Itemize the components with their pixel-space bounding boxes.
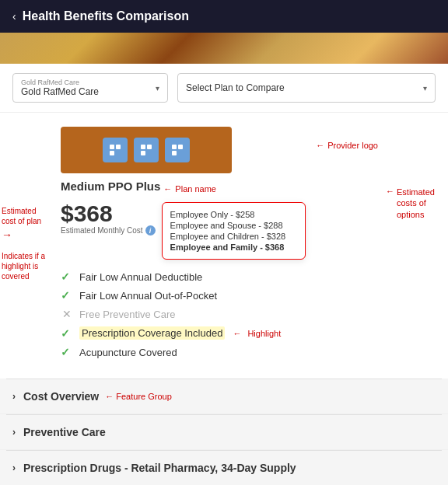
compare-select-dropdown[interactable]: Select Plan to Compare ▾ bbox=[177, 73, 436, 103]
svg-rect-4 bbox=[147, 145, 152, 149]
feature-item-0: ✓ Fair Low Annual Deductible bbox=[61, 267, 378, 286]
feature-groups-container: › Cost Overview ← Feature Group › Preven… bbox=[0, 379, 448, 485]
cost-options-popup: Employee Only - $258 Employee and Spouse… bbox=[162, 202, 306, 260]
logo-icon-1 bbox=[103, 138, 128, 162]
feature-list: ✓ Fair Low Annual Deductible ✓ Fair Low … bbox=[61, 264, 378, 365]
feature-group-label-0: Cost Overview bbox=[23, 390, 99, 403]
check-icon: ✓ bbox=[61, 346, 73, 358]
page-title: Health Benefits Comparison bbox=[23, 9, 189, 23]
svg-rect-1 bbox=[116, 145, 121, 149]
plan-name-arrow: ← bbox=[163, 184, 172, 194]
cost-option-2: Employee and Children - $328 bbox=[170, 231, 297, 242]
svg-rect-3 bbox=[141, 145, 145, 149]
feature-item-1: ✓ Fair Low Annual Out-of-Pocket bbox=[61, 286, 378, 305]
provider-logo-annotation: Provider logo bbox=[327, 141, 378, 150]
highlight-annotation: Highlight bbox=[247, 329, 281, 338]
plan-name: Medium PPO Plus bbox=[61, 180, 160, 193]
feature-group-label-2: Prescription Drugs - Retail Pharmacy, 34… bbox=[23, 462, 296, 474]
check-icon: ✓ bbox=[61, 270, 73, 283]
provider-logo bbox=[61, 127, 232, 173]
cost-amount: $368 bbox=[61, 202, 156, 225]
feature-item-2: ✕ Free Preventive Care bbox=[61, 305, 378, 323]
estimated-costs-annotation: ← Estimated costs of options bbox=[386, 187, 448, 220]
logo-icon-2 bbox=[134, 138, 159, 162]
feature-group-preventive[interactable]: › Preventive Care bbox=[0, 415, 448, 450]
feature-text-3: Prescription Coverage Included bbox=[79, 326, 225, 340]
svg-rect-7 bbox=[178, 145, 183, 149]
dropdown-left-value: Gold RafMed Care bbox=[21, 86, 99, 97]
feature-text-4: Acupuncture Covered bbox=[79, 347, 177, 358]
provider-logo-arrow: ← bbox=[316, 141, 324, 150]
chevron-down-icon: ▾ bbox=[156, 84, 159, 92]
feature-group-label-1: Preventive Care bbox=[23, 426, 106, 438]
feature-text-1: Fair Low Annual Out-of-Pocket bbox=[79, 290, 217, 302]
highlight-arrow: ← bbox=[233, 329, 241, 338]
svg-rect-6 bbox=[172, 145, 177, 149]
feature-group-rx-retail[interactable]: › Prescription Drugs - Retail Pharmacy, … bbox=[0, 451, 448, 485]
info-icon[interactable]: i bbox=[145, 225, 156, 236]
cost-section: $368 Estimated Monthly Cost i bbox=[61, 202, 156, 236]
chevron-down-icon: ▾ bbox=[423, 84, 427, 92]
plan-name-annotation: Plan name bbox=[175, 184, 216, 194]
svg-rect-5 bbox=[141, 151, 145, 155]
dropdown-right-value: Select Plan to Compare bbox=[186, 82, 285, 93]
logo-icon-3 bbox=[165, 138, 190, 162]
dropdown-row: Gold RafMed Care Gold RafMed Care ▾ Sele… bbox=[0, 64, 448, 113]
dropdown-small-label: Gold RafMed Care bbox=[21, 79, 99, 86]
cost-label: Estimated Monthly Cost i bbox=[61, 225, 156, 236]
estimated-cost-annotation: Estimated cost of plan → bbox=[2, 206, 51, 242]
chevron-right-icon: › bbox=[12, 427, 16, 438]
check-icon: ✓ bbox=[61, 327, 73, 340]
plan-select-dropdown[interactable]: Gold RafMed Care Gold RafMed Care ▾ bbox=[12, 73, 168, 103]
svg-rect-0 bbox=[110, 145, 114, 149]
feature-text-2: Free Preventive Care bbox=[79, 309, 176, 320]
chevron-right-icon: › bbox=[12, 462, 16, 473]
cost-option-3: Employee and Family - $368 bbox=[170, 242, 297, 253]
feature-item-3: ✓ Prescription Coverage Included ← Highl… bbox=[61, 323, 378, 343]
cost-option-0: Employee Only - $258 bbox=[170, 209, 297, 220]
back-button[interactable]: ‹ bbox=[12, 10, 16, 23]
covered-annotation: Indicates if a highlight is covered bbox=[2, 251, 50, 281]
x-icon: ✕ bbox=[61, 308, 73, 320]
feature-group-annotation: Feature Group bbox=[116, 392, 172, 401]
check-icon: ✓ bbox=[61, 289, 73, 302]
header: ‹ Health Benefits Comparison bbox=[0, 0, 448, 33]
chevron-right-icon: › bbox=[12, 391, 16, 402]
feature-group-cost-overview[interactable]: › Cost Overview ← Feature Group bbox=[0, 379, 448, 414]
feature-text-0: Fair Low Annual Deductible bbox=[79, 271, 202, 283]
feature-item-4: ✓ Acupuncture Covered bbox=[61, 343, 378, 361]
banner-image bbox=[0, 33, 448, 64]
cost-option-1: Employee and Spouse - $288 bbox=[170, 220, 297, 231]
feature-group-arrow: ← bbox=[105, 392, 114, 401]
svg-rect-2 bbox=[110, 151, 114, 155]
svg-rect-8 bbox=[172, 151, 177, 155]
